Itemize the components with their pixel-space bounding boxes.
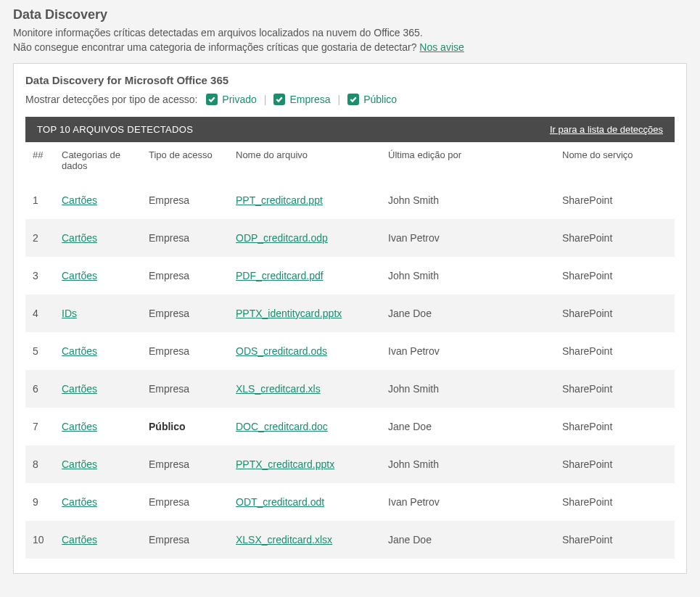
cell-category: Cartões xyxy=(54,257,141,295)
category-link[interactable]: Cartões xyxy=(62,458,97,470)
cell-access: Empresa xyxy=(141,295,228,332)
cell-editor: Jane Doe xyxy=(381,521,555,559)
filename-link[interactable]: PPT_creditcard.ppt xyxy=(236,194,323,206)
cell-access: Público xyxy=(141,408,228,445)
detections-list-link[interactable]: Ir para a lista de detecções xyxy=(550,124,663,135)
category-link[interactable]: Cartões xyxy=(62,534,97,545)
cell-editor: Jane Doe xyxy=(381,408,555,445)
table-row: 8CartõesEmpresaPPTX_creditcard.pptxJohn … xyxy=(25,445,675,483)
table-row: 4IDsEmpresaPPTX_identitycard.pptxJane Do… xyxy=(25,295,675,332)
cell-category: Cartões xyxy=(54,219,141,257)
cell-category: Cartões xyxy=(54,445,141,483)
filename-link[interactable]: PDF_creditcard.pdf xyxy=(236,270,324,281)
page-subtitle: Monitore informações críticas detectadas… xyxy=(13,27,687,38)
filename-link[interactable]: ODP_creditcard.odp xyxy=(236,232,328,244)
cell-filename: XLS_creditcard.xls xyxy=(228,370,381,408)
filename-link[interactable]: XLSX_creditcard.xlsx xyxy=(236,534,332,545)
filename-link[interactable]: PPTX_identitycard.pptx xyxy=(236,308,342,319)
filename-link[interactable]: PPTX_creditcard.pptx xyxy=(236,458,334,470)
filename-link[interactable]: DOC_creditcard.doc xyxy=(236,421,328,432)
filename-link[interactable]: XLS_creditcard.xls xyxy=(236,383,321,395)
col-header-filename: Nome do arquivo xyxy=(228,142,381,181)
cell-num: 1 xyxy=(25,181,54,219)
filter-checkbox-empresa[interactable]: Empresa xyxy=(273,94,330,105)
table-row: 3CartõesEmpresaPDF_creditcard.pdfJohn Sm… xyxy=(25,257,675,295)
category-link[interactable]: Cartões xyxy=(62,383,97,395)
cell-filename: XLSX_creditcard.xlsx xyxy=(228,521,381,559)
col-header-editor: Última edição por xyxy=(381,142,555,181)
table-row: 6CartõesEmpresaXLS_creditcard.xlsJohn Sm… xyxy=(25,370,675,408)
cell-editor: John Smith xyxy=(381,445,555,483)
cell-num: 5 xyxy=(25,332,54,370)
table-row: 2CartõesEmpresaODP_creditcard.odpIvan Pe… xyxy=(25,219,675,257)
cell-category: Cartões xyxy=(54,181,141,219)
cell-editor: Ivan Petrov xyxy=(381,219,555,257)
cell-num: 2 xyxy=(25,219,54,257)
cell-service: SharePoint xyxy=(555,181,675,219)
cell-service: SharePoint xyxy=(555,483,675,521)
cell-category: Cartões xyxy=(54,332,141,370)
cell-access: Empresa xyxy=(141,445,228,483)
table-row: 10CartõesEmpresaXLSX_creditcard.xlsxJane… xyxy=(25,521,675,559)
filter-label: Mostrar detecções por tipo de acesso: xyxy=(25,94,197,105)
cell-filename: DOC_creditcard.doc xyxy=(228,408,381,445)
cell-editor: John Smith xyxy=(381,370,555,408)
filter-checkbox-publico[interactable]: Público xyxy=(347,94,397,105)
category-link[interactable]: IDs xyxy=(62,308,77,319)
cell-service: SharePoint xyxy=(555,257,675,295)
category-link[interactable]: Cartões xyxy=(62,270,97,281)
table-bar-title: TOP 10 ARQUIVOS DETECTADOS xyxy=(37,124,193,135)
cell-filename: PPTX_creditcard.pptx xyxy=(228,445,381,483)
cell-access: Empresa xyxy=(141,521,228,559)
cell-editor: Ivan Petrov xyxy=(381,483,555,521)
cell-access: Empresa xyxy=(141,257,228,295)
filter-divider: | xyxy=(337,94,340,105)
cell-access: Empresa xyxy=(141,370,228,408)
cell-num: 10 xyxy=(25,521,54,559)
cell-num: 3 xyxy=(25,257,54,295)
cell-editor: John Smith xyxy=(381,181,555,219)
category-link[interactable]: Cartões xyxy=(62,345,97,357)
cell-category: Cartões xyxy=(54,408,141,445)
category-link[interactable]: Cartões xyxy=(62,496,97,508)
cell-category: Cartões xyxy=(54,370,141,408)
page-title: Data Discovery xyxy=(13,7,687,22)
cell-num: 8 xyxy=(25,445,54,483)
table-head-row: ## Categorias de dados Tipo de acesso No… xyxy=(25,142,675,181)
table-row: 7CartõesPúblicoDOC_creditcard.docJane Do… xyxy=(25,408,675,445)
cell-editor: Ivan Petrov xyxy=(381,332,555,370)
category-link[interactable]: Cartões xyxy=(62,421,97,432)
checkbox-label: Privado xyxy=(222,94,256,105)
cell-filename: ODT_creditcard.odt xyxy=(228,483,381,521)
filter-row: Mostrar detecções por tipo de acesso: Pr… xyxy=(25,94,675,105)
cell-num: 9 xyxy=(25,483,54,521)
filter-checkbox-privado[interactable]: Privado xyxy=(206,94,256,105)
cell-category: IDs xyxy=(54,295,141,332)
cell-service: SharePoint xyxy=(555,408,675,445)
cell-filename: PPTX_identitycard.pptx xyxy=(228,295,381,332)
col-header-service: Nome do serviço xyxy=(555,142,675,181)
col-header-num: ## xyxy=(25,142,54,181)
cell-num: 7 xyxy=(25,408,54,445)
table-header-bar: TOP 10 ARQUIVOS DETECTADOS Ir para a lis… xyxy=(25,117,675,142)
table-row: 5CartõesEmpresaODS_creditcard.odsIvan Pe… xyxy=(25,332,675,370)
cell-service: SharePoint xyxy=(555,370,675,408)
cell-access: Empresa xyxy=(141,483,228,521)
checkbox-checked-icon xyxy=(273,94,285,105)
category-link[interactable]: Cartões xyxy=(62,194,97,206)
cell-num: 6 xyxy=(25,370,54,408)
category-link[interactable]: Cartões xyxy=(62,232,97,244)
cell-filename: ODP_creditcard.odp xyxy=(228,219,381,257)
feedback-link[interactable]: Nos avise xyxy=(419,41,464,53)
cell-access: Empresa xyxy=(141,181,228,219)
checkbox-label: Público xyxy=(363,94,397,105)
cell-category: Cartões xyxy=(54,521,141,559)
cell-service: SharePoint xyxy=(555,295,675,332)
cell-service: SharePoint xyxy=(555,521,675,559)
filename-link[interactable]: ODT_creditcard.odt xyxy=(236,496,324,508)
cell-service: SharePoint xyxy=(555,445,675,483)
col-header-category: Categorias de dados xyxy=(54,142,141,181)
cell-access: Empresa xyxy=(141,219,228,257)
cell-editor: Jane Doe xyxy=(381,295,555,332)
filename-link[interactable]: ODS_creditcard.ods xyxy=(236,345,327,357)
